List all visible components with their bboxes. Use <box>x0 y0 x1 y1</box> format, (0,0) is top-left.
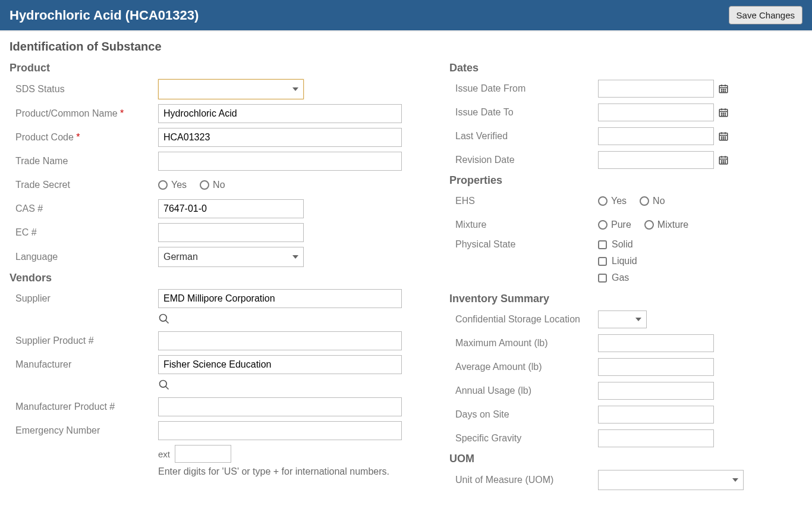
ehs-no-radio[interactable]: No <box>640 196 665 206</box>
svg-point-10 <box>725 89 725 90</box>
svg-point-40 <box>725 161 725 161</box>
svg-point-38 <box>721 161 722 161</box>
svg-point-31 <box>721 139 722 139</box>
svg-point-41 <box>721 162 722 163</box>
max-amount-label: Maximum Amount (lb) <box>449 338 598 349</box>
issue-from-input[interactable] <box>598 80 714 98</box>
specific-gravity-input[interactable] <box>598 429 714 447</box>
supplier-product-label: Supplier Product # <box>10 335 158 346</box>
svg-point-12 <box>723 91 723 92</box>
svg-point-22 <box>723 115 723 115</box>
vendors-heading: Vendors <box>10 272 432 284</box>
svg-point-11 <box>721 91 722 92</box>
trade-secret-no-radio[interactable]: No <box>200 180 225 190</box>
svg-point-42 <box>723 162 723 163</box>
uom-select[interactable] <box>598 470 744 490</box>
uom-heading: UOM <box>449 453 802 465</box>
last-verified-input[interactable] <box>598 127 714 145</box>
search-icon[interactable] <box>158 313 170 325</box>
ext-label: ext <box>158 449 170 459</box>
language-label: Language <box>10 252 158 262</box>
svg-point-43 <box>725 162 725 163</box>
manufacturer-product-input[interactable] <box>158 397 402 416</box>
svg-point-0 <box>160 315 167 322</box>
svg-point-19 <box>723 113 723 114</box>
revision-date-label: Revision Date <box>449 155 598 165</box>
mixture-mixture-radio[interactable]: Mixture <box>644 219 688 230</box>
issue-to-label: Issue Date To <box>449 107 598 118</box>
sds-status-label: SDS Status <box>10 84 158 95</box>
svg-point-8 <box>721 89 722 90</box>
max-amount-input[interactable] <box>598 334 714 352</box>
emergency-hint: Enter digits for 'US' or type + for inte… <box>158 466 432 477</box>
specific-gravity-label: Specific Gravity <box>449 433 598 444</box>
save-changes-button[interactable]: Save Changes <box>729 6 802 24</box>
chevron-down-icon <box>732 478 738 482</box>
product-code-label: Product Code * <box>10 132 158 143</box>
properties-heading: Properties <box>449 174 802 187</box>
product-heading: Product <box>10 62 432 74</box>
uom-label: Unit of Measure (UOM) <box>449 475 598 485</box>
physical-state-gas-checkbox[interactable]: Gas <box>598 272 802 283</box>
chevron-down-icon <box>292 255 298 259</box>
conf-loc-label: Confidential Storage Location <box>449 314 598 325</box>
chevron-down-icon <box>292 87 298 91</box>
ec-label: EC # <box>10 227 158 238</box>
ehs-yes-radio[interactable]: Yes <box>598 196 627 206</box>
svg-point-32 <box>723 139 723 139</box>
avg-amount-input[interactable] <box>598 358 714 376</box>
supplier-input[interactable] <box>158 289 402 308</box>
calendar-icon[interactable] <box>717 130 729 142</box>
annual-usage-input[interactable] <box>598 382 714 400</box>
annual-usage-label: Annual Usage (lb) <box>449 385 598 396</box>
ec-input[interactable] <box>158 223 304 242</box>
days-on-site-input[interactable] <box>598 406 714 424</box>
calendar-icon[interactable] <box>717 154 729 166</box>
cas-label: CAS # <box>10 203 158 214</box>
supplier-product-input[interactable] <box>158 331 402 350</box>
svg-point-33 <box>725 139 725 139</box>
calendar-icon[interactable] <box>717 83 729 95</box>
manufacturer-label: Manufacturer <box>10 359 158 370</box>
page-header: Hydrochloric Acid (HCA01323) Save Change… <box>0 0 812 32</box>
physical-state-label: Physical State <box>449 239 598 250</box>
svg-line-3 <box>166 387 169 390</box>
physical-state-liquid-checkbox[interactable]: Liquid <box>598 256 802 266</box>
conf-loc-select[interactable] <box>598 310 647 328</box>
trade-name-label: Trade Name <box>10 156 158 167</box>
sds-status-select[interactable] <box>158 79 304 99</box>
svg-point-28 <box>721 137 722 137</box>
cas-input[interactable] <box>158 199 304 218</box>
product-name-input[interactable] <box>158 104 402 123</box>
revision-date-input[interactable] <box>598 151 714 169</box>
emergency-input[interactable] <box>158 421 402 440</box>
trade-secret-yes-radio[interactable]: Yes <box>158 180 187 190</box>
mixture-pure-radio[interactable]: Pure <box>598 219 631 230</box>
avg-amount-label: Average Amount (lb) <box>449 362 598 372</box>
mixture-label: Mixture <box>449 219 598 230</box>
physical-state-solid-checkbox[interactable]: Solid <box>598 239 802 250</box>
calendar-icon[interactable] <box>717 106 729 118</box>
product-name-label: Product/Common Name * <box>10 108 158 119</box>
svg-point-18 <box>721 113 722 114</box>
inventory-heading: Inventory Summary <box>449 293 802 305</box>
svg-point-30 <box>725 137 725 137</box>
last-verified-label: Last Verified <box>449 131 598 142</box>
page-title: Hydrochloric Acid (HCA01323) <box>10 8 199 23</box>
issue-to-input[interactable] <box>598 103 714 121</box>
ext-input[interactable] <box>175 445 231 463</box>
dates-heading: Dates <box>449 62 802 74</box>
svg-point-21 <box>721 115 722 115</box>
search-icon[interactable] <box>158 379 170 391</box>
section-identification-title: Identification of Substance <box>10 40 802 54</box>
language-select[interactable]: German <box>158 247 304 267</box>
product-code-input[interactable] <box>158 128 402 147</box>
svg-point-23 <box>725 115 725 115</box>
manufacturer-product-label: Manufacturer Product # <box>10 401 158 412</box>
svg-point-39 <box>723 161 723 161</box>
manufacturer-input[interactable] <box>158 355 402 374</box>
trade-name-input[interactable] <box>158 152 402 171</box>
svg-point-20 <box>725 113 725 114</box>
days-on-site-label: Days on Site <box>449 409 598 420</box>
emergency-label: Emergency Number <box>10 425 158 436</box>
